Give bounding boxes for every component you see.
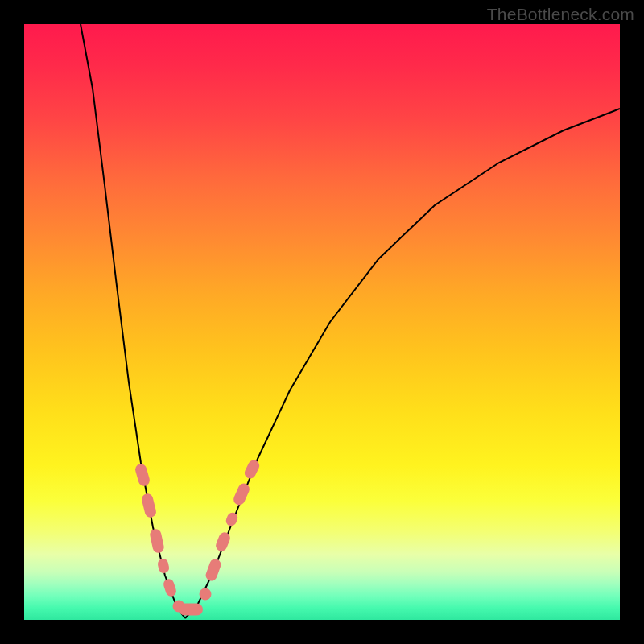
data-marker xyxy=(157,558,170,574)
plot-area xyxy=(24,24,620,620)
curve-layer xyxy=(24,24,620,620)
data-marker xyxy=(200,588,212,601)
markers-group xyxy=(134,458,261,615)
data-marker xyxy=(214,530,232,552)
data-marker xyxy=(242,458,261,481)
curve-right xyxy=(185,109,620,618)
data-marker xyxy=(225,511,239,528)
chart-frame: TheBottleneck.com xyxy=(0,0,644,644)
data-marker xyxy=(149,528,165,554)
data-marker xyxy=(179,604,203,616)
watermark-text: TheBottleneck.com xyxy=(487,5,634,24)
curve-group xyxy=(80,24,620,618)
curve-left xyxy=(80,24,185,618)
data-marker xyxy=(162,578,177,598)
data-marker xyxy=(134,463,151,488)
data-marker xyxy=(232,481,251,506)
data-marker xyxy=(204,557,223,582)
data-marker xyxy=(141,493,158,518)
